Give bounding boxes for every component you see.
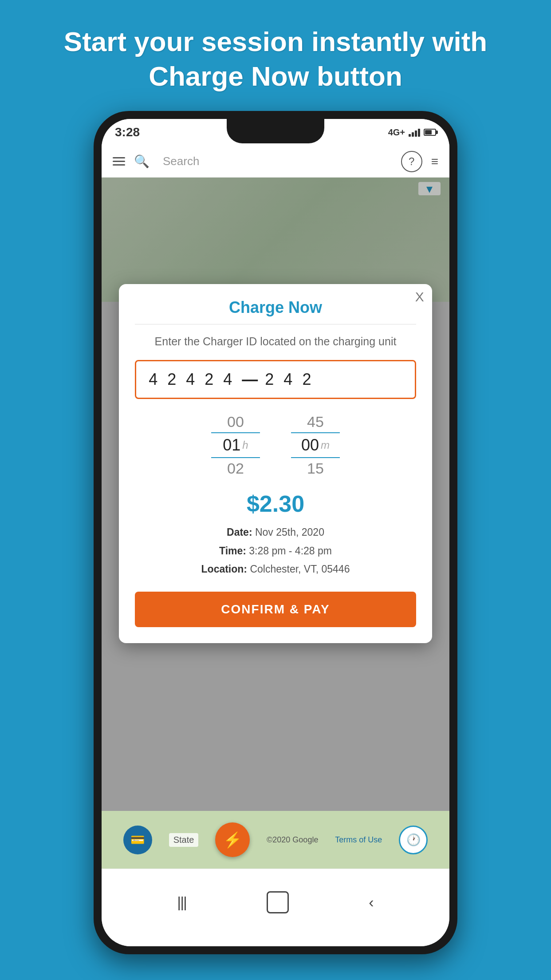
location-value: Colchester, VT, 05446 [250, 563, 350, 575]
confirm-pay-button[interactable]: CONFIRM & PAY [135, 592, 416, 627]
time-picker: 00 01h 02 45 00m 15 [135, 411, 416, 479]
help-button[interactable]: ? [401, 151, 422, 172]
bottom-map-strip: 💳 State ⚡ ©2020 Google Terms of Use 🕐 [102, 811, 449, 869]
modal-title: Charge Now [135, 298, 416, 317]
map-state-label: State [169, 833, 199, 847]
header-title: Start your session instantly with Charge… [35, 24, 516, 93]
search-input[interactable]: Search [158, 154, 392, 168]
price-display: $2.30 [135, 490, 416, 517]
bottom-nav-bar: ||| ‹ [102, 869, 449, 946]
header-section: Start your session instantly with Charge… [0, 0, 551, 107]
search-icon: 🔍 [134, 154, 150, 169]
nav-back-icon[interactable]: ‹ [369, 893, 374, 911]
phone-frame: 3:28 4G+ [94, 111, 457, 954]
map-terms: Terms of Use [335, 835, 382, 845]
charge-fab[interactable]: ⚡ [215, 822, 250, 857]
status-time: 3:28 [115, 125, 140, 139]
filter-icon[interactable]: ≡ [431, 154, 438, 169]
phone-screen: 3:28 4G+ [102, 119, 449, 946]
nav-recent-icon[interactable]: ||| [177, 893, 186, 911]
minutes-column: 45 00m 15 [291, 411, 340, 479]
map-blue-icon-1: 💳 [123, 826, 152, 854]
location-label: Location: [201, 563, 248, 575]
modal-subtitle: Enter the Charger ID located on the char… [135, 333, 416, 349]
signal-icon [409, 128, 420, 137]
battery-icon [424, 129, 436, 136]
date-value: Nov 25th, 2020 [255, 526, 324, 538]
minutes-unit: m [321, 439, 330, 451]
hours-column: 00 01h 02 [211, 411, 260, 479]
hours-next[interactable]: 02 [211, 458, 260, 479]
nav-home-icon[interactable] [267, 891, 289, 913]
minutes-selected: 00m [291, 433, 340, 458]
charger-id-part1: 4 2 4 2 4 [149, 370, 235, 389]
minutes-next[interactable]: 15 [291, 458, 340, 479]
charger-id-box[interactable]: 4 2 4 2 4 — 2 4 2 [135, 360, 416, 399]
notch [227, 119, 324, 143]
modal-dialog: X Charge Now Enter the Charger ID locate… [119, 284, 432, 643]
hours-prev[interactable]: 00 [211, 411, 260, 433]
modal-divider [135, 324, 416, 324]
menu-icon[interactable] [113, 157, 125, 166]
map-blue-icon-2: 🕐 [399, 826, 428, 854]
hours-selected: 01h [211, 433, 260, 458]
phone-wrapper: 3:28 4G+ [0, 107, 551, 954]
minutes-prev[interactable]: 45 [291, 411, 340, 433]
status-bar: 3:28 4G+ [102, 119, 449, 146]
time-value: 3:28 pm - 4:28 pm [249, 545, 332, 557]
status-right-icons: 4G+ [388, 127, 436, 138]
session-details: Date: Nov 25th, 2020 Time: 3:28 pm - 4:2… [135, 523, 416, 578]
charger-id-dash: — [242, 370, 258, 389]
map-copyright: ©2020 Google [267, 835, 318, 845]
app-bar: 🔍 Search ? ≡ [102, 146, 449, 178]
date-label: Date: [227, 526, 252, 538]
time-label: Time: [219, 545, 246, 557]
network-icon: 4G+ [388, 127, 405, 138]
help-icon: ? [409, 155, 414, 168]
modal-close-button[interactable]: X [415, 290, 424, 304]
charger-id-part2: 2 4 2 [265, 370, 314, 389]
hours-unit: h [242, 439, 248, 451]
